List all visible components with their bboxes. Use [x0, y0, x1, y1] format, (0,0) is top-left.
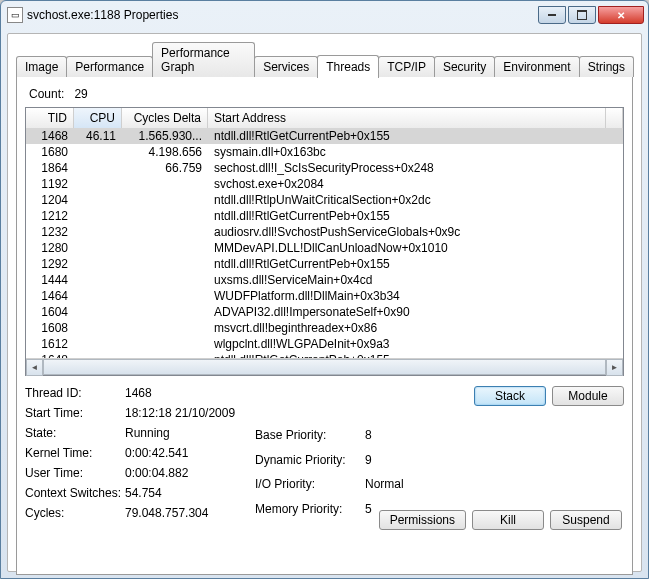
- table-row[interactable]: 1612wlgpclnt.dll!WLGPADeInit+0x9a3: [26, 336, 623, 352]
- grid-body[interactable]: 146846.111.565.930...ntdll.dll!RtlGetCur…: [26, 128, 623, 358]
- kernel-time-label: Kernel Time:: [25, 446, 125, 460]
- context-switches-label: Context Switches:: [25, 486, 125, 500]
- thread-id-value: 1468: [125, 386, 255, 400]
- threads-grid: TIDCPUCycles DeltaStart Address 146846.1…: [25, 107, 624, 376]
- start-time-label: Start Time:: [25, 406, 125, 420]
- table-row[interactable]: 1204ntdll.dll!RtlpUnWaitCriticalSection+…: [26, 192, 623, 208]
- table-row[interactable]: 1604ADVAPI32.dll!ImpersonateSelf+0x90: [26, 304, 623, 320]
- tab-image[interactable]: Image: [16, 56, 67, 77]
- tab-security[interactable]: Security: [434, 56, 495, 77]
- state-value: Running: [125, 426, 255, 440]
- kernel-time-value: 0:00:42.541: [125, 446, 255, 460]
- scroll-left-icon[interactable]: ◄: [26, 359, 43, 376]
- start-time-value: 18:12:18 21/10/2009: [125, 406, 255, 420]
- table-row[interactable]: 1464WUDFPlatform.dll!DllMain+0x3b34: [26, 288, 623, 304]
- kill-button[interactable]: Kill: [472, 510, 544, 530]
- column-header-start-address[interactable]: Start Address: [208, 108, 606, 128]
- table-row[interactable]: 1192svchost.exe+0x2084: [26, 176, 623, 192]
- count-value: 29: [74, 87, 87, 101]
- tab-threads[interactable]: Threads: [317, 55, 379, 78]
- table-row[interactable]: 1280MMDevAPI.DLL!DllCanUnloadNow+0x1010: [26, 240, 623, 256]
- tab-strings[interactable]: Strings: [579, 56, 634, 77]
- io-priority-label: I/O Priority:: [255, 477, 365, 496]
- column-header-cpu[interactable]: CPU: [74, 108, 122, 128]
- memory-priority-label: Memory Priority:: [255, 502, 365, 521]
- table-row[interactable]: 1212ntdll.dll!RtlGetCurrentPeb+0x155: [26, 208, 623, 224]
- tab-tcp-ip[interactable]: TCP/IP: [378, 56, 435, 77]
- cycles-value: 79.048.757.304: [125, 506, 255, 520]
- cycles-label: Cycles:: [25, 506, 125, 520]
- context-switches-value: 54.754: [125, 486, 255, 500]
- threads-panel: Count: 29 TIDCPUCycles DeltaStart Addres…: [16, 76, 633, 575]
- horizontal-scrollbar[interactable]: ◄ ►: [26, 358, 623, 375]
- thread-id-label: Thread ID:: [25, 386, 125, 400]
- module-button[interactable]: Module: [552, 386, 624, 406]
- dynamic-priority-value: 9: [365, 453, 425, 472]
- window-title: svchost.exe:1188 Properties: [27, 8, 538, 22]
- base-priority-value: 8: [365, 428, 425, 447]
- table-row[interactable]: 1292ntdll.dll!RtlGetCurrentPeb+0x155: [26, 256, 623, 272]
- table-row[interactable]: 146846.111.565.930...ntdll.dll!RtlGetCur…: [26, 128, 623, 144]
- table-row[interactable]: 16804.198.656sysmain.dll+0x163bc: [26, 144, 623, 160]
- tab-environment[interactable]: Environment: [494, 56, 579, 77]
- tab-services[interactable]: Services: [254, 56, 318, 77]
- table-row[interactable]: 1232audiosrv.dll!SvchostPushServiceGloba…: [26, 224, 623, 240]
- suspend-button[interactable]: Suspend: [550, 510, 622, 530]
- app-icon: ▭: [7, 7, 23, 23]
- tab-performance[interactable]: Performance: [66, 56, 153, 77]
- base-priority-label: Base Priority:: [255, 428, 365, 447]
- stack-button[interactable]: Stack: [474, 386, 546, 406]
- count-label: Count:: [29, 87, 64, 101]
- permissions-button[interactable]: Permissions: [379, 510, 466, 530]
- scroll-right-icon[interactable]: ►: [606, 359, 623, 376]
- properties-window: ▭ svchost.exe:1188 Properties ImagePerfo…: [0, 0, 649, 579]
- close-button[interactable]: [598, 6, 644, 24]
- maximize-button[interactable]: [568, 6, 596, 24]
- user-time-value: 0:00:04.882: [125, 466, 255, 480]
- dynamic-priority-label: Dynamic Priority:: [255, 453, 365, 472]
- scroll-thumb[interactable]: [43, 359, 606, 375]
- table-row[interactable]: 1608msvcrt.dll!beginthreadex+0x86: [26, 320, 623, 336]
- state-label: State:: [25, 426, 125, 440]
- table-row[interactable]: 1444uxsms.dll!ServiceMain+0x4cd: [26, 272, 623, 288]
- user-time-label: User Time:: [25, 466, 125, 480]
- column-header-tid[interactable]: TID: [26, 108, 74, 128]
- titlebar[interactable]: ▭ svchost.exe:1188 Properties: [1, 1, 648, 29]
- io-priority-value: Normal: [365, 477, 425, 496]
- tab-performance-graph[interactable]: Performance Graph: [152, 42, 255, 77]
- column-header-cycles-delta[interactable]: Cycles Delta: [122, 108, 208, 128]
- minimize-button[interactable]: [538, 6, 566, 24]
- table-row[interactable]: 186466.759sechost.dll!I_ScIsSecurityProc…: [26, 160, 623, 176]
